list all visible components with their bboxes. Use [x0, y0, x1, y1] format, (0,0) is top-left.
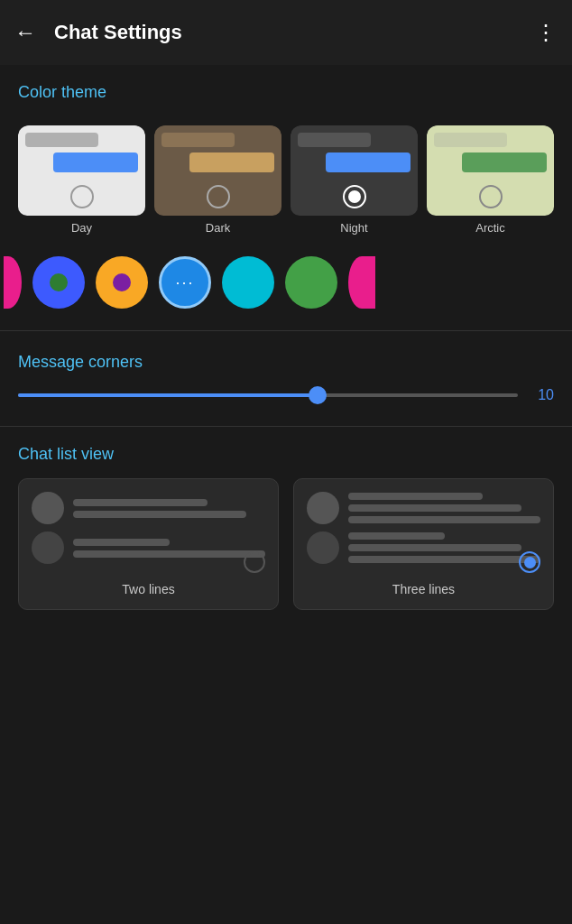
- theme-dark-radio: [207, 185, 230, 208]
- theme-arctic-radio: [479, 185, 503, 208]
- chat-list-view-section: Chat list view: [0, 430, 572, 624]
- accent-color-yellow[interactable]: [96, 256, 148, 309]
- bubble-top: [434, 133, 507, 147]
- chat-avatar: [307, 492, 339, 524]
- theme-day-radio: [70, 185, 94, 208]
- chat-line: [348, 493, 483, 500]
- theme-arctic-preview: [427, 125, 554, 216]
- chat-avatar: [32, 492, 64, 524]
- accent-color-pink-partial[interactable]: [4, 256, 22, 309]
- chat-lines: [73, 539, 265, 558]
- message-corners-title: Message corners: [18, 353, 554, 372]
- chat-row-1: [32, 492, 265, 524]
- themes-row: Day Dark Night Arctic: [0, 125, 572, 249]
- color-theme-section: Color theme: [0, 65, 572, 125]
- chat-line: [348, 544, 521, 551]
- accent-color-blue-inner: [50, 273, 68, 291]
- chat-list-options: Two lines: [18, 478, 554, 610]
- two-lines-preview: [32, 492, 265, 573]
- chat-avatar: [307, 531, 339, 564]
- bubble-bottom: [462, 152, 547, 172]
- three-lines-radio: [519, 551, 540, 573]
- separator-2: [0, 426, 572, 427]
- slider-thumb[interactable]: [309, 386, 327, 404]
- page-title: Chat Settings: [54, 21, 535, 44]
- bubble-top: [298, 133, 371, 147]
- theme-day-label: Day: [71, 221, 92, 235]
- message-corners-section: Message corners 10: [0, 335, 572, 422]
- bubble-top: [161, 133, 235, 147]
- chat-line: [73, 499, 208, 506]
- header: ← Chat Settings ⋮: [0, 0, 572, 65]
- back-button[interactable]: ←: [14, 20, 36, 45]
- accent-color-selected-blue[interactable]: ···: [159, 256, 211, 309]
- chat-avatar: [32, 531, 64, 564]
- theme-day[interactable]: Day: [18, 125, 145, 235]
- chat-list-option-three-lines[interactable]: Three lines: [293, 478, 554, 610]
- chat-line: [73, 539, 170, 546]
- theme-arctic[interactable]: Arctic: [427, 125, 554, 235]
- chat-line: [348, 516, 540, 523]
- slider-track: [18, 393, 518, 397]
- theme-night-preview: [291, 125, 418, 216]
- theme-night[interactable]: Night: [291, 125, 418, 235]
- chat-line: [73, 511, 246, 518]
- chat-lines: [348, 532, 540, 563]
- three-lines-label: Three lines: [307, 582, 540, 596]
- accent-colors-container: ···: [0, 249, 572, 327]
- three-lines-preview: [307, 492, 540, 573]
- slider-value: 10: [532, 387, 554, 403]
- theme-dark[interactable]: Dark: [154, 125, 281, 235]
- theme-dark-preview: [154, 125, 281, 216]
- theme-day-preview: [18, 125, 145, 216]
- chat-lines: [348, 493, 540, 523]
- accent-color-blue[interactable]: [32, 256, 85, 309]
- separator-1: [0, 330, 572, 331]
- bubble-bottom: [326, 152, 411, 172]
- theme-arctic-label: Arctic: [475, 221, 505, 235]
- slider-row: 10: [18, 386, 554, 404]
- accent-color-dots: ···: [175, 273, 194, 292]
- chat-line: [348, 532, 445, 540]
- accent-color-pink2-partial[interactable]: [348, 256, 375, 309]
- bubble-bottom: [189, 152, 274, 172]
- chat-row-1: [307, 492, 540, 524]
- chat-list-view-title: Chat list view: [18, 445, 554, 464]
- bubble-top: [25, 133, 98, 147]
- chat-list-option-two-lines[interactable]: Two lines: [18, 478, 279, 610]
- two-lines-label: Two lines: [32, 582, 265, 596]
- theme-dark-label: Dark: [206, 221, 230, 235]
- accent-colors-row: ···: [4, 249, 563, 327]
- accent-color-green[interactable]: [285, 256, 337, 309]
- theme-night-radio: [343, 185, 366, 208]
- color-theme-title: Color theme: [18, 83, 554, 102]
- chat-lines: [73, 499, 265, 518]
- slider-fill: [18, 393, 318, 397]
- chat-row-2: [32, 531, 265, 564]
- more-options-icon[interactable]: ⋮: [535, 20, 558, 45]
- corners-slider-container[interactable]: [18, 386, 518, 404]
- chat-row-2: [307, 531, 540, 564]
- chat-line: [348, 556, 540, 563]
- chat-line: [73, 550, 265, 558]
- theme-night-label: Night: [340, 221, 367, 235]
- accent-color-yellow-inner: [113, 273, 131, 291]
- bubble-bottom: [53, 152, 138, 172]
- chat-line: [348, 504, 521, 512]
- two-lines-radio: [244, 551, 265, 573]
- accent-color-teal[interactable]: [222, 256, 274, 309]
